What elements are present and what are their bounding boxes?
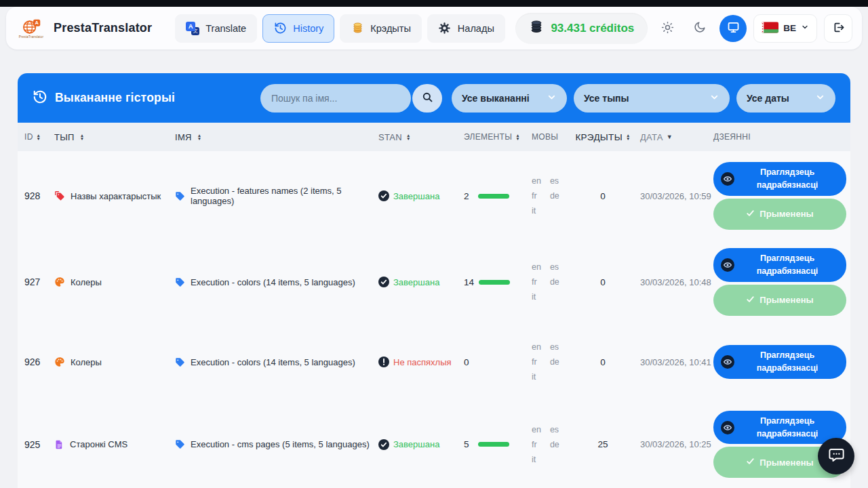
view-details-button[interactable]: Праглядзець падрабязнасці [713,248,846,282]
tab-settings[interactable]: Налады [427,14,505,43]
sort-desc-icon: ▼ [667,134,673,140]
language-code: es [550,260,559,274]
table-row: 925 [18,401,850,488]
table-row: 928 [18,151,850,241]
table-body: 928 [18,151,850,488]
theme-system-button[interactable] [719,15,747,42]
column-label: МОВЫ [532,132,558,142]
row-name-label: Execution - features names (2 items, 5 l… [191,186,372,206]
row-name-label: Execution - cms pages (5 items, 5 langua… [191,439,370,449]
elements-count: 0 [464,357,473,367]
theme-dark-button[interactable] [687,16,713,41]
filter-status-select[interactable]: Усе выкананні [452,84,567,113]
search-button[interactable] [412,84,442,113]
view-details-label: Праглядзець падрабязнасці [757,350,818,373]
language-code: fr [532,354,541,369]
elements-count: 5 [464,439,473,449]
view-details-label: Праглядзець падрабязнасці [757,167,818,190]
sort-icon: ▲▼ [406,134,411,140]
language-code: es [550,174,559,188]
row-name: Execution - cms pages (5 items, 5 langua… [175,439,378,449]
column-label: ДАТА [640,132,663,142]
row-actions: Праглядзець падрабязнасці Прыменены [713,162,850,230]
view-details-button[interactable]: Праглядзець падрабязнасці [713,345,846,379]
column-header-date[interactable]: ДАТА▼ [640,132,713,142]
panel-header: Выкананне гісторыі Усе выкананні Усе тып… [18,73,850,123]
elements-count: 2 [464,191,473,201]
row-type: Старонкі CMS [54,439,175,450]
app-title: PrestaTranslator [54,21,152,35]
row-elements: 14 [464,277,532,287]
column-header-id[interactable]: ID▲▼ [24,132,54,142]
sort-icon: ▲▼ [515,134,520,140]
language-code: fr [532,437,541,452]
view-details-button[interactable]: Праглядзець падрабязнасці [713,411,846,445]
language-code: it [532,203,541,218]
column-header-name[interactable]: ІМЯ▲▼ [175,132,378,142]
history-panel: Выкананне гісторыі Усе выкананні Усе тып… [18,73,850,488]
progress-bar [479,280,510,285]
row-date: 30/03/2026, 10:41 [640,357,711,367]
row-type: Колеры [54,357,175,367]
column-header-type[interactable]: ТЫП▲▼ [54,132,175,142]
row-type-label: Колеры [71,357,102,367]
language-selector[interactable]: BE [753,14,817,43]
tab-credits[interactable]: Крэдыты [340,14,422,43]
sun-icon [660,20,675,37]
row-id: 925 [24,439,40,450]
filter-type-select[interactable]: Усе тыпы [574,84,730,113]
language-code: de [550,437,559,452]
search-input[interactable] [260,84,411,113]
chevron-down-icon [801,23,809,33]
table-row: 926 [18,323,850,401]
theme-light-button[interactable] [654,16,680,41]
row-credits: 0 [600,357,606,367]
row-type-label: Колеры [71,277,102,287]
row-name-label: Execution - colors (14 items, 5 language… [191,357,355,367]
chat-widget-button[interactable] [818,438,854,474]
column-header-elements[interactable]: ЭЛЕМЕНТЫ▲▼ [464,132,532,142]
logout-button[interactable] [824,14,852,43]
row-date: 30/03/2026, 10:48 [640,277,711,287]
row-type: Колеры [54,277,175,287]
tag-icon [175,439,185,449]
tag-icon [175,277,185,287]
language-code: it [532,289,541,304]
row-name: Execution - colors (14 items, 5 language… [175,277,378,287]
view-details-button[interactable]: Праглядзець падрабязнасці [713,162,846,196]
row-languages: enesfrdeit [532,174,559,218]
progress-bar [478,194,509,199]
brand: A PrestaTranslator PrestaTranslator [16,18,152,39]
applied-label: Прыменены [760,458,813,468]
row-type-label: Старонкі CMS [70,439,127,449]
logout-icon [832,21,845,36]
tab-history[interactable]: History [262,14,334,43]
translate-icon: 文A [186,22,199,35]
column-label: STAN [378,132,402,142]
language-code: es [550,422,559,437]
row-status-label: Завершана [393,191,439,201]
row-credits: 0 [600,277,606,287]
filter-date-select[interactable]: Усе даты [736,84,835,113]
monitor-icon [726,20,741,37]
applied-button[interactable]: Прыменены [713,199,846,230]
row-status-label: Не паспяхлыя [393,357,452,367]
elements-count: 14 [464,277,474,287]
column-header-credits[interactable]: КРЭДЫТЫ▲▼ [583,132,640,142]
check-icon [746,457,755,468]
search-group [260,84,442,113]
row-id: 926 [24,357,40,367]
tab-translate[interactable]: 文A Translate [175,14,257,43]
status-check-icon [378,277,389,287]
tab-label: History [293,23,323,34]
language-code: de [550,274,559,289]
row-languages: enesfrdeit [532,422,559,467]
sort-icon: ▲▼ [626,134,631,140]
applied-button[interactable]: Прыменены [713,285,846,316]
tab-label: Крэдыты [370,23,411,34]
row-date: 30/03/2026, 10:25 [640,439,711,449]
row-elements: 2 [464,191,532,201]
row-status: Завершана [378,439,464,450]
column-header-stan[interactable]: STAN▲▼ [378,132,464,142]
row-type-label: Назвы характарыстык [71,191,161,201]
